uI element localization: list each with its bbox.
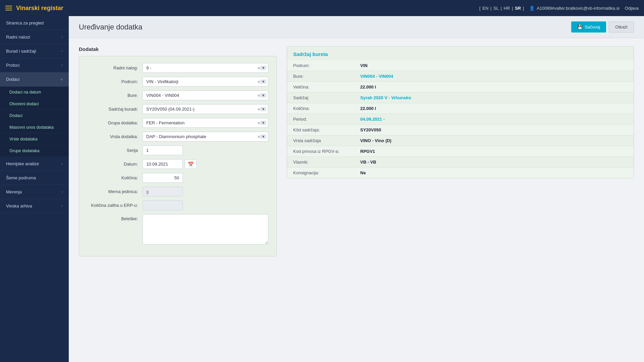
podrum-row: Podrum: VIN - Vinifikatorji × ▼	[87, 77, 268, 86]
sidebar-sub-label: Otvoreni dodaci	[9, 102, 39, 106]
bure-label: Bure:	[87, 93, 143, 98]
datum-input[interactable]: 10.09.2021	[143, 159, 183, 169]
sidebar-item-dodaci-na-datum[interactable]: Dodaci na datum	[0, 86, 69, 98]
cancel-button[interactable]: Otkaži	[609, 21, 634, 33]
sidebar-item-radni-nalozi[interactable]: Radni nalozi ›	[0, 30, 69, 44]
beleske-label: Beleške:	[87, 214, 143, 221]
sadrzaj-buradi-clear-btn[interactable]: ×	[258, 107, 260, 112]
kolicina-row: Količina: 50	[87, 173, 268, 183]
sidebar-item-stranica[interactable]: Stranica za pregled	[0, 16, 69, 30]
sidebar-item-protoci[interactable]: Protoci ›	[0, 58, 69, 72]
podrum-clear-btn[interactable]: ×	[258, 79, 260, 84]
barrel-row: Veličina:22.000 l	[287, 82, 634, 93]
barrel-row: Količina:22.000 l	[287, 103, 634, 114]
vrsta-dodatka-dropdown-btn[interactable]: ▼	[260, 134, 266, 139]
vrsta-dodatka-select[interactable]: DAP - Diammonium phosphate	[143, 132, 268, 141]
dodatak-panel-title: Dodatak	[79, 46, 277, 52]
merna-jedinica-control: g	[143, 187, 268, 196]
kolicina-input[interactable]: 50	[143, 173, 183, 183]
podrum-dropdown-btn[interactable]: ▼	[260, 79, 266, 84]
radni-nalog-dropdown-btn[interactable]: ▼	[260, 66, 266, 70]
sidebar-item-dodaci[interactable]: Dodaci ∨	[0, 72, 69, 86]
sadrzaj-bureta-title: Sadržaj bureta	[287, 47, 634, 60]
barrel-row: Bure:VIN004 - VIN004	[287, 71, 634, 82]
topbar-left: Vinarski registar	[5, 5, 63, 12]
logout-link[interactable]: Odjava	[625, 6, 639, 11]
barrel-row: Kod prinosa iz RPGV-a:RPGV1	[287, 146, 634, 157]
beleske-textarea[interactable]	[143, 214, 268, 244]
bure-select[interactable]: VIN004 - VIN004	[143, 90, 268, 100]
merna-jedinica-label: Merna jedinica:	[87, 189, 143, 194]
sidebar-item-otvoreni-dodaci[interactable]: Otvoreni dodaci	[0, 98, 69, 110]
sidebar-item-hemijske[interactable]: Hemijske analize ›	[0, 157, 69, 171]
barrel-cell-label: Vrsta sadržaja	[287, 135, 354, 146]
sadrzaj-buradi-select[interactable]: SY20V050 (04.09.2021-)	[143, 104, 268, 114]
sidebar-item-label: Stranica za pregled	[6, 20, 44, 25]
sidebar-item-vinska-arhiva[interactable]: Vinska arhiva ›	[0, 199, 69, 213]
chevron-right-icon: ›	[62, 204, 63, 208]
bure-clear-btn[interactable]: ×	[258, 93, 260, 98]
barrel-value-link[interactable]: VIN004 - VIN004	[360, 74, 393, 79]
chevron-right-icon: ›	[62, 162, 63, 166]
sidebar-item-merenja[interactable]: Merenja ›	[0, 185, 69, 199]
barrel-row: Sadržaj:Syrah 2020 V - Vrhunsko	[287, 93, 634, 103]
barrel-cell-label: Kôd sadržaja:	[287, 125, 354, 135]
beleske-row: Beleške:	[87, 214, 268, 245]
sidebar-item-seme[interactable]: Šeme podruma	[0, 171, 69, 185]
lang-sl[interactable]: SL	[493, 6, 499, 11]
barrel-cell-value[interactable]: 04.09.2021 -	[354, 114, 634, 125]
bure-dropdown-btn[interactable]: ▼	[260, 93, 266, 98]
barrel-cell-label: Količina:	[287, 103, 354, 114]
save-button[interactable]: 💾 Sačuvaj	[571, 21, 606, 33]
left-panel: Dodatak Radni nalog: 9 - × ▼	[79, 46, 277, 256]
datum-control: 10.09.2021 📅	[143, 159, 268, 169]
sidebar-item-burad[interactable]: Burad i sadržaji ›	[0, 44, 69, 58]
barrel-row: Period:04.09.2021 -	[287, 114, 634, 125]
barrel-value-link[interactable]: Syrah 2020 V - Vrhunsko	[360, 95, 411, 100]
sadrzaj-buradi-dropdown-btn[interactable]: ▼	[260, 107, 266, 111]
sidebar-item-vrste-dodataka[interactable]: Vrste dodataka	[0, 133, 69, 145]
barrel-cell-value[interactable]: Syrah 2020 V - Vrhunsko	[354, 93, 634, 103]
grupa-dodatka-select-wrapper: FER - Fermentation × ▼	[143, 118, 268, 128]
serija-row: Serija 1	[87, 145, 268, 155]
lang-en[interactable]: EN	[482, 6, 488, 11]
sidebar-item-masovni-unos[interactable]: Masovni unos dodataka	[0, 122, 69, 133]
barrel-cell-label: Konsignacija:	[287, 168, 354, 178]
sidebar-item-label: Hemijske analize	[6, 161, 39, 166]
barrel-cell-value: 22.000 l	[354, 82, 634, 93]
podrum-label: Podrum:	[87, 79, 143, 84]
app-title: Vinarski registar	[16, 5, 63, 12]
calendar-button[interactable]: 📅	[185, 160, 197, 169]
radni-nalog-clear-btn[interactable]: ×	[258, 66, 260, 70]
bure-row: Bure: VIN004 - VIN004 × ▼	[87, 90, 268, 100]
chevron-right-icon: ›	[62, 63, 63, 67]
barrel-cell-label: Veličina:	[287, 82, 354, 93]
sidebar-item-label: Dodaci	[6, 77, 19, 82]
sidebar-item-label: Burad i sadržaji	[6, 49, 36, 54]
barrel-cell-label: Podrum:	[287, 60, 354, 71]
barrel-cell-value[interactable]: VIN004 - VIN004	[354, 71, 634, 82]
sidebar-item-label: Merenja	[6, 189, 22, 194]
hamburger-menu[interactable]	[5, 6, 12, 10]
sidebar-item-dodaci-sub[interactable]: Dodaci	[0, 110, 69, 122]
grupa-dodatka-select[interactable]: FER - Fermentation	[143, 118, 268, 128]
vrsta-dodatka-clear-btn[interactable]: ×	[258, 134, 260, 139]
username: A10089#valter.bratkovic@vb-informatika.s…	[537, 6, 620, 11]
grupa-dodatka-dropdown-btn[interactable]: ▼	[260, 121, 266, 125]
datum-wrapper: 10.09.2021 📅	[143, 159, 268, 169]
dodatak-form: Radni nalog: 9 - × ▼	[79, 56, 277, 256]
radni-nalog-select[interactable]: 9 -	[143, 63, 268, 73]
vrsta-dodatka-control: DAP - Diammonium phosphate × ▼	[143, 132, 268, 141]
sidebar-item-label: Šeme podruma	[6, 175, 36, 180]
barrel-row: Konsignacija:Ne	[287, 168, 634, 178]
lang-hr[interactable]: HR	[504, 6, 510, 11]
grupa-dodatka-clear-btn[interactable]: ×	[258, 121, 260, 125]
serija-input[interactable]: 1	[143, 145, 183, 155]
lang-sr[interactable]: SR	[515, 6, 521, 11]
sidebar-item-grupe-dodataka[interactable]: Grupe dodataka	[0, 145, 69, 157]
sadrzaj-buradi-row: Sadržaj buradi: SY20V050 (04.09.2021-) ×…	[87, 104, 268, 114]
grupa-dodatka-label: Grupa dodatka:	[87, 120, 143, 125]
datum-row: Datum: 10.09.2021 📅	[87, 159, 268, 169]
podrum-select[interactable]: VIN - Vinifikatorji	[143, 77, 268, 86]
barrel-value-link[interactable]: 04.09.2021 -	[360, 117, 385, 122]
